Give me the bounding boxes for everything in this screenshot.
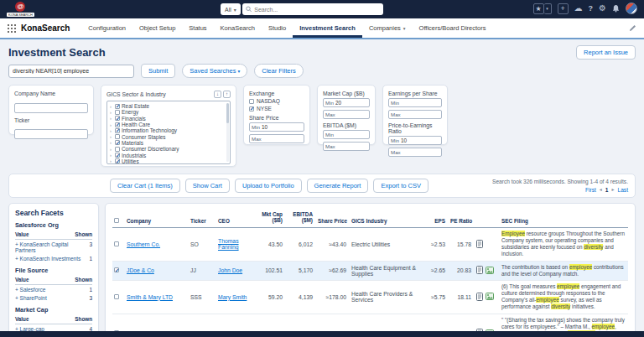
arrow-down-icon[interactable]: ↓ bbox=[214, 91, 221, 98]
facet-item-label[interactable]: + KonaSearch Investments bbox=[15, 256, 80, 262]
notifications-bell-icon[interactable] bbox=[612, 4, 620, 13]
pe-max-input[interactable] bbox=[402, 149, 441, 155]
expand-chevron-icon[interactable]: › bbox=[110, 153, 113, 158]
pagination-next-icon[interactable]: ▸ bbox=[612, 186, 615, 194]
table-row[interactable]: Southern Co.SOThomas Fanning43.506,012≈4… bbox=[112, 227, 628, 261]
favorites-star-icon[interactable]: ★ bbox=[533, 3, 544, 14]
exchange-option-nyse[interactable]: NYSE bbox=[249, 106, 304, 111]
pe-min-input[interactable] bbox=[401, 137, 441, 143]
document-icon[interactable] bbox=[476, 240, 483, 249]
gics-item-consumer-staples[interactable]: ›Consumer Staples bbox=[110, 133, 225, 139]
tab-configuration[interactable]: Configuration bbox=[81, 18, 132, 38]
show-cart-button[interactable]: Show Cart bbox=[185, 179, 230, 193]
gics-item-consumer-discretionary[interactable]: ›Consumer Discretionary bbox=[110, 146, 225, 152]
gics-item-energy[interactable]: ›Energy bbox=[110, 109, 225, 115]
ticker-input[interactable] bbox=[14, 129, 88, 139]
table-row[interactable]: JDoe & CoJJJohn Doe102.515,170≈62.69Heal… bbox=[112, 261, 628, 280]
gics-checkbox-consumer-discretionary[interactable] bbox=[115, 147, 120, 152]
gics-item-utilities[interactable]: ›Utilities bbox=[110, 158, 225, 164]
gics-checkbox-utilities[interactable] bbox=[115, 158, 120, 163]
company-name-input[interactable] bbox=[14, 103, 88, 113]
company-link[interactable]: Southern Co. bbox=[127, 241, 160, 247]
tab-status[interactable]: Status bbox=[182, 18, 213, 38]
market-cap-max-input[interactable] bbox=[337, 111, 369, 117]
market-cap-min-input[interactable] bbox=[335, 100, 369, 106]
arrow-up-icon[interactable]: ↑ bbox=[223, 91, 231, 98]
facet-item-label[interactable]: + SharePoint bbox=[15, 295, 47, 301]
company-link[interactable]: Smith & Mary LTD bbox=[127, 294, 173, 300]
pagination-last-link[interactable]: Last bbox=[618, 186, 628, 194]
gics-item-materials[interactable]: ›Materials bbox=[110, 140, 225, 146]
scrollbar[interactable] bbox=[226, 103, 229, 162]
document-icon[interactable] bbox=[476, 266, 483, 275]
expand-chevron-icon[interactable]: › bbox=[110, 116, 113, 121]
image-icon[interactable] bbox=[486, 267, 494, 275]
expand-chevron-icon[interactable]: › bbox=[110, 158, 113, 163]
tab-investment-search[interactable]: Investment Search bbox=[293, 18, 362, 38]
expand-chevron-icon[interactable]: › bbox=[110, 128, 113, 133]
gics-checkbox-industrials[interactable] bbox=[115, 153, 120, 158]
cloud-icon[interactable]: ☁ bbox=[574, 3, 583, 14]
expand-chevron-icon[interactable]: › bbox=[110, 140, 113, 145]
exchange-checkbox-nasdaq[interactable] bbox=[249, 99, 254, 104]
setup-gear-icon[interactable]: ⚙ bbox=[599, 3, 606, 14]
app-launcher-icon[interactable] bbox=[8, 24, 16, 33]
share-price-min-input[interactable] bbox=[262, 124, 304, 130]
gics-item-industrials[interactable]: ›Industrials bbox=[110, 152, 225, 158]
pagination-prev-icon[interactable]: ◂ bbox=[600, 186, 602, 194]
tab-studio[interactable]: Studio bbox=[262, 18, 293, 38]
ceo-link[interactable]: Thomas Fanning bbox=[218, 238, 239, 250]
generate-report-button[interactable]: Generate Report bbox=[307, 179, 369, 193]
expand-chevron-icon[interactable]: › bbox=[110, 147, 113, 152]
upload-to-portfolio-button[interactable]: Upload to Portfolio bbox=[235, 179, 302, 193]
ceo-link[interactable]: John Doe bbox=[218, 267, 242, 273]
gics-checkbox-materials[interactable] bbox=[115, 140, 120, 145]
ebitda-max-input[interactable] bbox=[337, 143, 369, 149]
facet-item-label[interactable]: + Salesforce bbox=[15, 287, 45, 293]
expand-chevron-icon[interactable]: › bbox=[110, 104, 113, 109]
exchange-checkbox-nyse[interactable] bbox=[249, 106, 254, 111]
saved-searches-button[interactable]: Saved Searches ▾ bbox=[182, 64, 247, 78]
gics-item-real-estate[interactable]: ›Real Estate bbox=[110, 103, 225, 109]
gics-checkbox-health-care[interactable] bbox=[115, 122, 120, 127]
facet-item-label[interactable]: + KonaSearch Capital Partners bbox=[15, 241, 89, 253]
share-price-max-input[interactable] bbox=[263, 136, 304, 142]
gics-item-financials[interactable]: ›Financials bbox=[110, 116, 225, 122]
eps-max-input[interactable] bbox=[402, 111, 441, 117]
tab-companies[interactable]: Companies▾ bbox=[362, 18, 413, 38]
select-all-checkbox[interactable] bbox=[114, 218, 119, 223]
gics-item-information-technology[interactable]: ›Information Technology bbox=[110, 127, 225, 133]
gics-sector-list[interactable]: ›Real Estate›Energy›Financials›Health Ca… bbox=[106, 101, 231, 164]
table-row[interactable]: Smith & Mary LTDSSSMary Smith59.204,139≈… bbox=[112, 280, 628, 314]
tab-object-setup[interactable]: Object Setup bbox=[132, 18, 182, 38]
document-icon[interactable] bbox=[476, 293, 483, 302]
report-issue-button[interactable]: Report an Issue bbox=[576, 45, 636, 60]
edit-pencil-icon[interactable] bbox=[629, 24, 636, 32]
tab-officers-board-directors[interactable]: Officers/Board Directors bbox=[413, 18, 493, 38]
global-search-input[interactable] bbox=[254, 7, 380, 13]
gics-checkbox-information-technology[interactable] bbox=[115, 128, 120, 133]
exchange-option-nasdaq[interactable]: NASDAQ bbox=[249, 98, 304, 104]
expand-chevron-icon[interactable]: › bbox=[110, 134, 113, 139]
global-actions-plus-icon[interactable]: + bbox=[558, 3, 569, 14]
ceo-link[interactable]: Mary Smith bbox=[218, 294, 247, 300]
eps-min-input[interactable] bbox=[401, 100, 441, 106]
submit-button[interactable]: Submit bbox=[141, 64, 175, 78]
user-avatar[interactable] bbox=[626, 3, 637, 14]
query-input[interactable] bbox=[8, 65, 134, 78]
help-icon[interactable]: ? bbox=[589, 3, 594, 14]
gics-checkbox-energy[interactable] bbox=[115, 110, 120, 115]
company-link[interactable]: JDoe & Co bbox=[127, 267, 154, 273]
export-to-csv-button[interactable]: Export to CSV bbox=[373, 179, 428, 193]
pagination-first-link[interactable]: First bbox=[585, 186, 596, 194]
favorites-chevron-icon[interactable]: ▾ bbox=[544, 3, 552, 14]
gics-checkbox-real-estate[interactable] bbox=[115, 104, 120, 109]
expand-chevron-icon[interactable]: › bbox=[110, 110, 113, 115]
image-icon[interactable] bbox=[486, 293, 494, 301]
tab-konasearch[interactable]: KonaSearch bbox=[214, 18, 262, 38]
ebitda-min-input[interactable] bbox=[335, 132, 369, 137]
search-scope-select[interactable]: All ▾ bbox=[221, 3, 241, 15]
row-select-checkbox[interactable] bbox=[114, 294, 119, 299]
clear-cart-1-items-button[interactable]: Clear Cart (1 Items) bbox=[110, 179, 180, 193]
gics-checkbox-consumer-staples[interactable] bbox=[115, 134, 120, 139]
